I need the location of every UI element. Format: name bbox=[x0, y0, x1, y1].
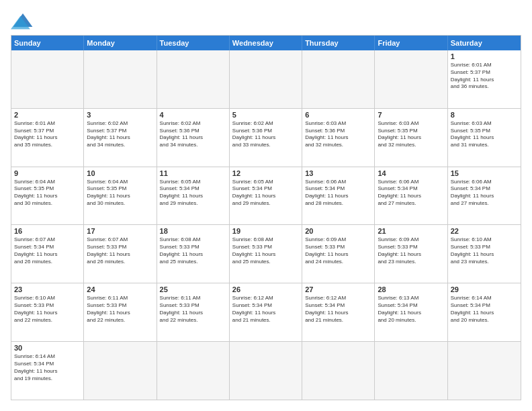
day-number: 7 bbox=[378, 111, 444, 119]
day-info: Sunrise: 6:08 AM Sunset: 5:33 PM Dayligh… bbox=[232, 236, 299, 265]
day-number: 10 bbox=[87, 169, 153, 177]
day-number: 5 bbox=[232, 111, 299, 119]
calendar-cell: 22Sunrise: 6:10 AM Sunset: 5:33 PM Dayli… bbox=[448, 225, 521, 283]
header-day-wednesday: Wednesday bbox=[230, 36, 302, 50]
calendar-cell: 11Sunrise: 6:05 AM Sunset: 5:34 PM Dayli… bbox=[157, 167, 230, 225]
calendar-cell: 20Sunrise: 6:09 AM Sunset: 5:33 PM Dayli… bbox=[302, 225, 375, 283]
calendar-cell bbox=[230, 50, 302, 108]
calendar-body: 1Sunrise: 6:01 AM Sunset: 5:37 PM Daylig… bbox=[11, 50, 521, 400]
calendar-cell: 24Sunrise: 6:11 AM Sunset: 5:33 PM Dayli… bbox=[84, 283, 157, 341]
day-number: 15 bbox=[451, 169, 518, 177]
calendar-cell: 29Sunrise: 6:14 AM Sunset: 5:34 PM Dayli… bbox=[448, 283, 521, 341]
day-number: 29 bbox=[451, 285, 518, 293]
calendar-cell: 6Sunrise: 6:03 AM Sunset: 5:36 PM Daylig… bbox=[302, 109, 375, 167]
calendar-cell bbox=[448, 342, 521, 400]
day-info: Sunrise: 6:12 AM Sunset: 5:34 PM Dayligh… bbox=[232, 295, 299, 324]
day-info: Sunrise: 6:12 AM Sunset: 5:34 PM Dayligh… bbox=[305, 295, 371, 324]
day-info: Sunrise: 6:03 AM Sunset: 5:35 PM Dayligh… bbox=[451, 120, 518, 149]
calendar-cell: 10Sunrise: 6:04 AM Sunset: 5:35 PM Dayli… bbox=[84, 167, 157, 225]
day-info: Sunrise: 6:10 AM Sunset: 5:33 PM Dayligh… bbox=[451, 236, 518, 265]
header-day-monday: Monday bbox=[84, 36, 157, 50]
calendar-cell: 7Sunrise: 6:03 AM Sunset: 5:35 PM Daylig… bbox=[375, 109, 447, 167]
day-info: Sunrise: 6:14 AM Sunset: 5:34 PM Dayligh… bbox=[14, 353, 81, 382]
calendar-row-5: 30Sunrise: 6:14 AM Sunset: 5:34 PM Dayli… bbox=[11, 341, 521, 400]
day-number: 23 bbox=[14, 285, 81, 293]
day-info: Sunrise: 6:10 AM Sunset: 5:33 PM Dayligh… bbox=[14, 295, 81, 324]
day-number: 12 bbox=[232, 169, 299, 177]
day-info: Sunrise: 6:07 AM Sunset: 5:34 PM Dayligh… bbox=[14, 236, 81, 265]
day-number: 24 bbox=[87, 285, 153, 293]
day-info: Sunrise: 6:06 AM Sunset: 5:34 PM Dayligh… bbox=[378, 179, 444, 208]
day-info: Sunrise: 6:06 AM Sunset: 5:34 PM Dayligh… bbox=[305, 179, 371, 208]
calendar-row-3: 16Sunrise: 6:07 AM Sunset: 5:34 PM Dayli… bbox=[11, 224, 521, 283]
day-info: Sunrise: 6:11 AM Sunset: 5:33 PM Dayligh… bbox=[87, 295, 153, 324]
day-info: Sunrise: 6:13 AM Sunset: 5:34 PM Dayligh… bbox=[378, 295, 444, 324]
day-number: 2 bbox=[14, 111, 81, 119]
calendar-cell: 5Sunrise: 6:02 AM Sunset: 5:36 PM Daylig… bbox=[230, 109, 302, 167]
day-info: Sunrise: 6:14 AM Sunset: 5:34 PM Dayligh… bbox=[451, 295, 518, 324]
day-number: 6 bbox=[305, 111, 371, 119]
day-number: 11 bbox=[160, 169, 226, 177]
header-day-sunday: Sunday bbox=[11, 36, 84, 50]
calendar-cell bbox=[230, 342, 302, 400]
day-info: Sunrise: 6:04 AM Sunset: 5:35 PM Dayligh… bbox=[14, 179, 81, 208]
day-number: 20 bbox=[305, 227, 371, 235]
day-info: Sunrise: 6:02 AM Sunset: 5:37 PM Dayligh… bbox=[87, 120, 153, 149]
calendar-cell: 21Sunrise: 6:09 AM Sunset: 5:33 PM Dayli… bbox=[375, 225, 447, 283]
logo bbox=[11, 11, 38, 30]
day-number: 13 bbox=[305, 169, 371, 177]
calendar-cell: 26Sunrise: 6:12 AM Sunset: 5:34 PM Dayli… bbox=[230, 283, 302, 341]
header-day-friday: Friday bbox=[375, 36, 447, 50]
calendar-cell: 23Sunrise: 6:10 AM Sunset: 5:33 PM Dayli… bbox=[11, 283, 84, 341]
day-number: 25 bbox=[160, 285, 226, 293]
calendar-row-1: 2Sunrise: 6:01 AM Sunset: 5:37 PM Daylig… bbox=[11, 108, 521, 167]
calendar-cell: 1Sunrise: 6:01 AM Sunset: 5:37 PM Daylig… bbox=[448, 50, 521, 108]
header-day-thursday: Thursday bbox=[302, 36, 375, 50]
page: SundayMondayTuesdayWednesdayThursdayFrid… bbox=[0, 0, 532, 411]
calendar-cell: 25Sunrise: 6:11 AM Sunset: 5:33 PM Dayli… bbox=[157, 283, 230, 341]
calendar-cell: 9Sunrise: 6:04 AM Sunset: 5:35 PM Daylig… bbox=[11, 167, 84, 225]
calendar-cell: 13Sunrise: 6:06 AM Sunset: 5:34 PM Dayli… bbox=[302, 167, 375, 225]
calendar-cell bbox=[302, 342, 375, 400]
header-day-saturday: Saturday bbox=[448, 36, 521, 50]
day-number: 26 bbox=[232, 285, 299, 293]
day-number: 28 bbox=[378, 285, 444, 293]
day-number: 27 bbox=[305, 285, 371, 293]
calendar-cell: 27Sunrise: 6:12 AM Sunset: 5:34 PM Dayli… bbox=[302, 283, 375, 341]
calendar-cell: 17Sunrise: 6:07 AM Sunset: 5:33 PM Dayli… bbox=[84, 225, 157, 283]
day-info: Sunrise: 6:06 AM Sunset: 5:34 PM Dayligh… bbox=[451, 179, 518, 208]
calendar-cell: 8Sunrise: 6:03 AM Sunset: 5:35 PM Daylig… bbox=[448, 109, 521, 167]
calendar-row-2: 9Sunrise: 6:04 AM Sunset: 5:35 PM Daylig… bbox=[11, 167, 521, 225]
calendar-cell: 18Sunrise: 6:08 AM Sunset: 5:33 PM Dayli… bbox=[157, 225, 230, 283]
calendar-cell bbox=[375, 50, 447, 108]
calendar-cell bbox=[157, 342, 230, 400]
day-number: 8 bbox=[451, 111, 518, 119]
day-info: Sunrise: 6:05 AM Sunset: 5:34 PM Dayligh… bbox=[160, 179, 226, 208]
day-number: 16 bbox=[14, 227, 81, 235]
day-info: Sunrise: 6:04 AM Sunset: 5:35 PM Dayligh… bbox=[87, 179, 153, 208]
day-info: Sunrise: 6:03 AM Sunset: 5:35 PM Dayligh… bbox=[378, 120, 444, 149]
day-info: Sunrise: 6:03 AM Sunset: 5:36 PM Dayligh… bbox=[305, 120, 371, 149]
calendar-cell bbox=[84, 342, 157, 400]
day-info: Sunrise: 6:02 AM Sunset: 5:36 PM Dayligh… bbox=[160, 120, 226, 149]
day-info: Sunrise: 6:01 AM Sunset: 5:37 PM Dayligh… bbox=[451, 62, 518, 91]
calendar-cell: 3Sunrise: 6:02 AM Sunset: 5:37 PM Daylig… bbox=[84, 109, 157, 167]
day-info: Sunrise: 6:09 AM Sunset: 5:33 PM Dayligh… bbox=[305, 236, 371, 265]
calendar-cell: 16Sunrise: 6:07 AM Sunset: 5:34 PM Dayli… bbox=[11, 225, 84, 283]
calendar-cell bbox=[11, 50, 84, 108]
day-info: Sunrise: 6:02 AM Sunset: 5:36 PM Dayligh… bbox=[232, 120, 299, 149]
calendar-cell: 30Sunrise: 6:14 AM Sunset: 5:34 PM Dayli… bbox=[11, 342, 84, 400]
calendar-row-0: 1Sunrise: 6:01 AM Sunset: 5:37 PM Daylig… bbox=[11, 50, 521, 108]
calendar-cell: 14Sunrise: 6:06 AM Sunset: 5:34 PM Dayli… bbox=[375, 167, 447, 225]
calendar-cell: 28Sunrise: 6:13 AM Sunset: 5:34 PM Dayli… bbox=[375, 283, 447, 341]
header bbox=[11, 11, 521, 30]
day-number: 19 bbox=[232, 227, 299, 235]
day-number: 22 bbox=[451, 227, 518, 235]
calendar-cell bbox=[302, 50, 375, 108]
calendar-cell: 15Sunrise: 6:06 AM Sunset: 5:34 PM Dayli… bbox=[448, 167, 521, 225]
calendar-cell: 2Sunrise: 6:01 AM Sunset: 5:37 PM Daylig… bbox=[11, 109, 84, 167]
calendar-cell bbox=[157, 50, 230, 108]
day-number: 30 bbox=[14, 344, 81, 352]
day-number: 17 bbox=[87, 227, 153, 235]
day-number: 21 bbox=[378, 227, 444, 235]
